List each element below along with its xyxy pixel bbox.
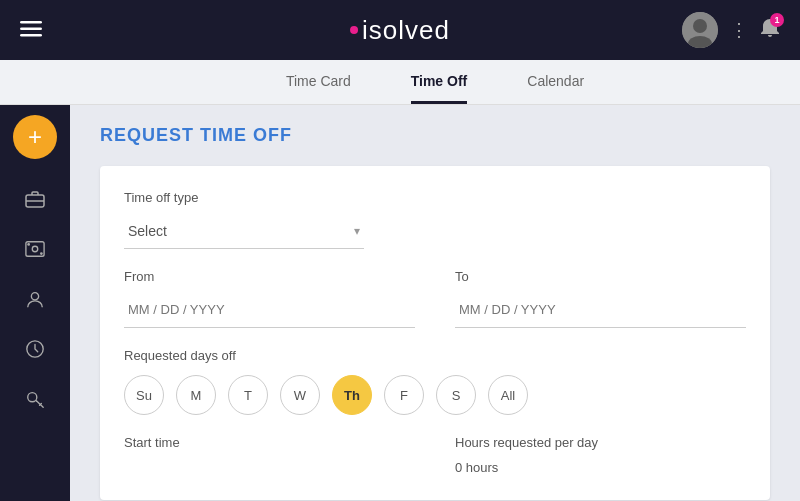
day-m[interactable]: M [176,375,216,415]
notification-bell[interactable]: 1 [760,17,780,43]
time-off-type-label: Time off type [124,190,746,205]
hours-per-day-label: Hours requested per day [455,435,746,450]
sidebar-item-people[interactable] [15,279,55,319]
svg-point-4 [693,19,707,33]
svg-point-12 [31,293,38,300]
day-w[interactable]: W [280,375,320,415]
tab-time-card[interactable]: Time Card [286,61,351,104]
select-value: Select [128,223,167,239]
hours-value: 0 hours [455,460,498,475]
content-area: REQUEST TIME OFF Time off type Select ▾ … [70,105,800,501]
to-group: To [455,269,746,328]
tab-calendar[interactable]: Calendar [527,61,584,104]
to-input[interactable] [455,292,746,328]
date-row: From To [124,269,746,328]
tab-time-off[interactable]: Time Off [411,61,468,104]
options-icon[interactable]: ⋮ [730,19,748,41]
svg-rect-2 [20,34,42,37]
header-right: ⋮ 1 [682,12,780,48]
request-form: Time off type Select ▾ From To R [100,166,770,500]
svg-point-14 [28,393,37,402]
time-off-type-select[interactable]: Select ▾ [124,213,364,249]
requested-days-label: Requested days off [124,348,746,363]
fab-plus-icon: + [28,125,42,149]
logo-dot [350,26,358,34]
day-f[interactable]: F [384,375,424,415]
svg-point-9 [32,246,37,251]
nav-tabs: Time Card Time Off Calendar [0,60,800,105]
svg-rect-1 [20,27,42,30]
svg-rect-0 [20,21,42,24]
svg-point-11 [40,252,43,255]
requested-days-section: Requested days off Su M T W Th F S All [124,348,746,415]
sidebar-item-key[interactable] [15,379,55,419]
start-time-label: Start time [124,435,415,450]
notification-badge: 1 [770,13,784,27]
from-label: From [124,269,415,284]
days-row: Su M T W Th F S All [124,375,746,415]
fab-add-button[interactable]: + [13,115,57,159]
time-off-type-group: Time off type Select ▾ [124,190,746,249]
bottom-row: Start time Hours requested per day 0 hou… [124,435,746,476]
page-title: REQUEST TIME OFF [100,125,770,146]
header: isolved ⋮ 1 [0,0,800,60]
day-su[interactable]: Su [124,375,164,415]
day-s[interactable]: S [436,375,476,415]
to-label: To [455,269,746,284]
sidebar: + [0,105,70,501]
logo-text: isolved [362,15,450,46]
sidebar-item-time[interactable] [15,329,55,369]
hours-per-day-group: Hours requested per day 0 hours [455,435,746,476]
day-t[interactable]: T [228,375,268,415]
avatar[interactable] [682,12,718,48]
logo: isolved [350,15,450,46]
day-th[interactable]: Th [332,375,372,415]
menu-icon[interactable] [20,19,42,42]
start-time-group: Start time [124,435,415,476]
day-all[interactable]: All [488,375,528,415]
chevron-down-icon: ▾ [354,224,360,238]
sidebar-item-briefcase[interactable] [15,179,55,219]
svg-point-10 [27,243,30,246]
from-group: From [124,269,415,328]
from-input[interactable] [124,292,415,328]
sidebar-item-payroll[interactable] [15,229,55,269]
main-layout: + [0,105,800,501]
